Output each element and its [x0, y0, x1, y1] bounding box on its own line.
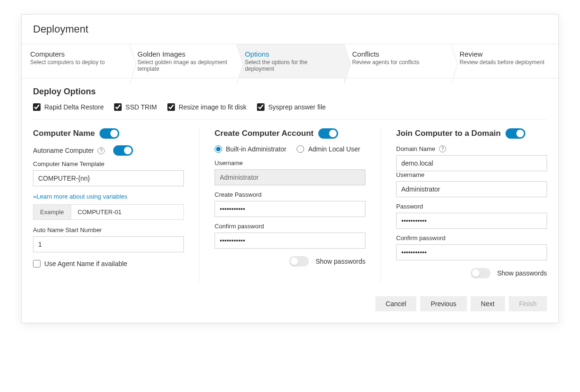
previous-button[interactable]: Previous	[420, 296, 466, 311]
check-resize[interactable]: Resize image to fit disk	[167, 103, 247, 111]
confirm-pw-input[interactable]	[215, 233, 365, 249]
step-desc: Review details before deployment	[459, 59, 550, 66]
use-agent-check[interactable]: Use Agent Name if available	[33, 260, 184, 267]
example-value: COMPUTER-01	[71, 204, 184, 220]
create-account-toggle[interactable]	[318, 128, 338, 139]
finish-button: Finish	[509, 296, 547, 311]
help-icon[interactable]: ?	[98, 147, 105, 154]
radio-label: Admin Local User	[308, 145, 360, 153]
check-ssd-trim-input[interactable]	[114, 103, 122, 111]
check-sysprep[interactable]: Sysprep answer file	[257, 103, 326, 111]
domain-pw-label: Password	[396, 203, 547, 210]
template-input[interactable]	[33, 170, 184, 186]
check-label: Sysprep answer file	[268, 103, 326, 111]
next-button[interactable]: Next	[471, 296, 505, 311]
radio-local[interactable]: Admin Local User	[297, 145, 360, 153]
step-title: Golden Images	[138, 50, 228, 58]
autoname-label: Autoname Computer	[33, 147, 94, 154]
col-computer-name: Computer Name Autoname Computer ? Comput…	[33, 128, 199, 283]
radio-local-input[interactable]	[297, 145, 304, 153]
step-title: Options	[245, 50, 335, 58]
domain-input[interactable]	[396, 155, 547, 171]
example-label: Example	[33, 204, 71, 220]
use-agent-input[interactable]	[33, 260, 41, 267]
modal-footer: Cancel Previous Next Finish	[22, 288, 558, 323]
check-label: Resize image to fit disk	[179, 103, 247, 111]
radio-builtin[interactable]: Built-in Administrator	[215, 145, 286, 153]
col-join-domain: Join Computer to a Domain Domain Name ? …	[381, 128, 547, 283]
radio-builtin-input[interactable]	[215, 145, 222, 153]
domain-pw-input[interactable]	[396, 213, 547, 229]
col-create-account: Create Computer Account Built-in Adminis…	[199, 128, 381, 283]
username-label: Username	[215, 159, 365, 167]
check-ssd-trim[interactable]: SSD TRIM	[114, 103, 157, 111]
step-title: Review	[459, 50, 550, 58]
join-domain-toggle[interactable]	[505, 128, 525, 139]
check-label: Rapid Delta Restore	[44, 103, 104, 111]
domain-label: Domain Name	[396, 145, 435, 152]
step-title: Computers	[30, 50, 121, 58]
join-domain-title: Join Computer to a Domain	[396, 129, 501, 138]
deploy-options-row: Rapid Delta Restore SSD TRIM Resize imag…	[33, 103, 547, 120]
start-number-input[interactable]	[33, 236, 184, 252]
check-sysprep-input[interactable]	[257, 103, 265, 111]
autoname-toggle[interactable]	[113, 145, 133, 156]
create-pw-input[interactable]	[215, 201, 365, 217]
template-label: Computer Name Template	[33, 160, 184, 167]
domain-show-pw-label: Show passwords	[497, 269, 547, 277]
computer-name-toggle[interactable]	[99, 128, 119, 139]
step-desc: Select golden image as deployment templa…	[138, 59, 228, 72]
domain-confirm-pw-label: Confirm password	[396, 234, 547, 242]
create-account-title: Create Computer Account	[215, 129, 314, 138]
modal-title: Deployment	[33, 23, 547, 35]
help-icon[interactable]: ?	[439, 145, 446, 152]
domain-confirm-pw-input[interactable]	[396, 244, 547, 260]
step-review[interactable]: Review Review details before deployment	[451, 44, 558, 78]
domain-username-label: Username	[396, 171, 547, 178]
modal-header: Deployment	[22, 15, 558, 44]
modal-body: Deploy Options Rapid Delta Restore SSD T…	[22, 78, 558, 288]
deploy-options-title: Deploy Options	[33, 87, 547, 97]
check-label: Use Agent Name if available	[44, 260, 127, 267]
check-rapid-delta-input[interactable]	[33, 103, 41, 111]
check-resize-input[interactable]	[167, 103, 175, 111]
radio-label: Built-in Administrator	[226, 145, 286, 153]
check-rapid-delta[interactable]: Rapid Delta Restore	[33, 103, 104, 111]
columns: Computer Name Autoname Computer ? Comput…	[33, 128, 547, 283]
check-label: SSD TRIM	[125, 103, 157, 111]
example-row: Example COMPUTER-01	[33, 204, 184, 220]
step-desc: Select computers to deploy to	[30, 59, 121, 66]
step-conflicts[interactable]: Conflicts Review agents for conflicts	[344, 44, 451, 78]
step-title: Conflicts	[352, 50, 443, 58]
confirm-pw-label: Confirm password	[215, 223, 365, 230]
step-computers[interactable]: Computers Select computers to deploy to	[22, 44, 129, 78]
start-number-label: Auto Name Start Number	[33, 226, 184, 234]
deployment-modal: Deployment Computers Select computers to…	[21, 14, 559, 323]
step-golden-images[interactable]: Golden Images Select golden image as dep…	[129, 44, 237, 78]
domain-show-pw-toggle[interactable]	[471, 268, 490, 278]
username-input	[215, 169, 365, 185]
show-pw-toggle[interactable]	[289, 256, 309, 267]
domain-username-input[interactable]	[396, 181, 547, 197]
learn-more-link[interactable]: Learn more about using variables	[36, 193, 127, 200]
step-desc: Select the options for the deployment	[245, 59, 335, 72]
show-pw-label: Show passwords	[315, 258, 365, 265]
computer-name-title: Computer Name	[33, 129, 95, 138]
wizard-steps: Computers Select computers to deploy to …	[22, 44, 558, 78]
step-desc: Review agents for conflicts	[352, 59, 443, 66]
cancel-button[interactable]: Cancel	[375, 296, 417, 311]
step-options[interactable]: Options Select the options for the deplo…	[236, 44, 344, 78]
create-pw-label: Create Password	[215, 191, 365, 198]
